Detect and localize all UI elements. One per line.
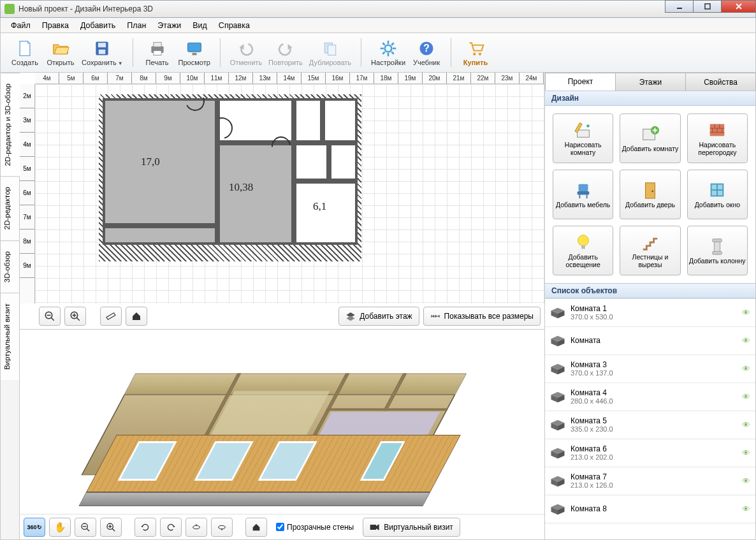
cube-icon bbox=[550, 307, 565, 319]
svg-line-37 bbox=[112, 529, 115, 531]
undo-icon bbox=[237, 40, 255, 57]
eye-icon[interactable]: 👁 bbox=[742, 448, 750, 458]
tab-floors[interactable]: Этажи bbox=[615, 73, 686, 91]
room-3[interactable] bbox=[294, 181, 358, 245]
room-balcony[interactable] bbox=[103, 226, 217, 245]
tool-add-furniture[interactable]: Добавить мебель bbox=[553, 170, 613, 219]
duplicate-button[interactable]: Дублировать bbox=[306, 34, 354, 71]
eye-icon[interactable]: 👁 bbox=[742, 364, 750, 374]
room-closet2[interactable] bbox=[329, 143, 358, 181]
titlebar: Новый проект - Дизайн Интерьера 3D bbox=[0, 0, 756, 18]
door-icon bbox=[641, 180, 660, 200]
tool-stairs[interactable]: Лестницы и вырезы bbox=[620, 226, 680, 275]
rotate-cw-button[interactable] bbox=[160, 518, 182, 537]
menu-edit[interactable]: Правка bbox=[37, 19, 74, 32]
tilt-up-button[interactable] bbox=[211, 518, 233, 537]
zoom-in-3d-button[interactable] bbox=[100, 518, 122, 537]
preview-button[interactable]: Просмотр bbox=[175, 34, 214, 71]
object-row[interactable]: Комната 3370.0 x 137.0👁 bbox=[545, 355, 755, 383]
print-button[interactable]: Печать bbox=[140, 34, 175, 71]
tool-add-door[interactable]: Добавить дверь bbox=[620, 170, 680, 219]
room-wc2[interactable] bbox=[323, 98, 358, 143]
chair-icon bbox=[574, 180, 593, 200]
menu-view[interactable]: Вид bbox=[187, 19, 212, 32]
home-button[interactable] bbox=[126, 307, 147, 326]
transparent-walls-checkbox[interactable]: Прозрачные стены bbox=[276, 523, 354, 532]
virtual-visit-button[interactable]: Виртуальный визит bbox=[363, 518, 460, 537]
floorplan[interactable]: 17,0 10,38 6,1 bbox=[103, 98, 358, 258]
eye-icon[interactable]: 👁 bbox=[742, 392, 750, 402]
eye-icon[interactable]: 👁 bbox=[742, 476, 750, 486]
room-1[interactable] bbox=[103, 98, 217, 226]
view-3d-pane[interactable]: 360↻ ✋ Прозрачные стены Виртуальный визи… bbox=[20, 330, 544, 539]
redo-button[interactable]: Повторить bbox=[265, 34, 306, 71]
side-tab-both[interactable]: 2D-редактор и 3D-обзор bbox=[1, 73, 20, 176]
tool-add-lighting[interactable]: Добавить освещение bbox=[553, 226, 613, 275]
room-2[interactable] bbox=[217, 143, 294, 245]
svg-rect-43 bbox=[577, 130, 589, 137]
object-row[interactable]: Комната 7213.0 x 126.0👁 bbox=[545, 467, 755, 495]
show-dimensions-button[interactable]: Показывать все размеры bbox=[423, 307, 541, 326]
svg-point-12 bbox=[385, 45, 392, 52]
svg-point-24 bbox=[479, 52, 481, 55]
object-row[interactable]: Комната 1370.0 x 530.0👁 bbox=[545, 299, 755, 327]
undo-button[interactable]: Отменить bbox=[227, 34, 265, 71]
object-row[interactable]: Комната 6213.0 x 202.0👁 bbox=[545, 439, 755, 467]
object-list[interactable]: Комната 1370.0 x 530.0👁Комната👁Комната 3… bbox=[545, 298, 755, 539]
create-button[interactable]: Создать bbox=[7, 34, 43, 71]
object-row[interactable]: Комната 4280.0 x 446.0👁 bbox=[545, 383, 755, 411]
tab-properties[interactable]: Свойства bbox=[685, 73, 756, 91]
menu-floors[interactable]: Этажи bbox=[152, 19, 186, 32]
tutorial-button[interactable]: ? Учебник bbox=[409, 34, 444, 71]
buy-button[interactable]: Купить bbox=[458, 34, 493, 71]
svg-rect-58 bbox=[645, 183, 655, 198]
menu-file[interactable]: Файл bbox=[6, 19, 36, 32]
object-row[interactable]: Комната👁 bbox=[545, 327, 755, 355]
menu-plan[interactable]: План bbox=[122, 19, 151, 32]
eye-icon[interactable]: 👁 bbox=[742, 336, 750, 346]
minimize-button[interactable] bbox=[665, 0, 694, 13]
svg-line-20 bbox=[391, 43, 394, 45]
maximize-button[interactable] bbox=[693, 0, 722, 13]
pan-button[interactable]: ✋ bbox=[49, 518, 71, 537]
measure-button[interactable] bbox=[100, 307, 122, 326]
svg-line-18 bbox=[391, 52, 394, 54]
folder-icon bbox=[52, 40, 69, 57]
zoom-out-button[interactable] bbox=[39, 307, 61, 326]
tool-add-window[interactable]: Добавить окно bbox=[687, 170, 748, 219]
tool-add-room[interactable]: Добавить комнату bbox=[620, 113, 680, 163]
tab-project[interactable]: Проект bbox=[545, 73, 616, 91]
tilt-down-button[interactable] bbox=[185, 518, 207, 537]
side-tab-editor[interactable]: 2D-редактор bbox=[1, 176, 19, 240]
home-3d-button[interactable] bbox=[245, 518, 267, 537]
menu-help[interactable]: Справка bbox=[214, 19, 255, 32]
object-name: Комната 8 bbox=[571, 504, 737, 513]
close-button[interactable] bbox=[721, 0, 756, 13]
eye-icon[interactable]: 👁 bbox=[742, 420, 750, 430]
side-tab-3d[interactable]: 3D-обзор bbox=[1, 240, 19, 293]
plan-2d-pane[interactable]: 4м5м6м7м8м9м10м11м12м13м14м15м16м17м18м1… bbox=[20, 73, 544, 330]
rotate-ccw-button[interactable] bbox=[134, 518, 156, 537]
tool-draw-room[interactable]: Нарисовать комнату bbox=[553, 113, 613, 163]
add-floor-button[interactable]: Добавить этаж bbox=[338, 307, 419, 326]
object-row[interactable]: Комната 8👁 bbox=[545, 495, 755, 523]
tool-add-column[interactable]: Добавить колонну bbox=[687, 226, 748, 275]
eye-icon[interactable]: 👁 bbox=[742, 308, 750, 317]
object-row[interactable]: Комната 5335.0 x 230.0👁 bbox=[545, 411, 755, 439]
svg-line-17 bbox=[382, 43, 385, 45]
main-toolbar: Создать Открыть Сохранить▼ Печать Просмо… bbox=[0, 33, 756, 73]
side-tab-virtual[interactable]: Виртуальный визит bbox=[1, 293, 19, 380]
orbit-360-button[interactable]: 360↻ bbox=[24, 518, 45, 537]
zoom-out-3d-button[interactable] bbox=[75, 518, 96, 537]
zoom-in-button[interactable] bbox=[64, 307, 86, 326]
save-button[interactable]: Сохранить▼ bbox=[78, 34, 126, 71]
open-button[interactable]: Открыть bbox=[43, 34, 78, 71]
settings-button[interactable]: Настройки bbox=[368, 34, 409, 71]
tool-draw-partition[interactable]: Нарисовать перегородку bbox=[687, 113, 748, 163]
room-wc1[interactable] bbox=[294, 98, 323, 143]
menu-add[interactable]: Добавить bbox=[75, 19, 120, 32]
room-closet[interactable] bbox=[294, 143, 329, 181]
eye-icon[interactable]: 👁 bbox=[742, 504, 750, 514]
scene-3d[interactable] bbox=[71, 342, 466, 534]
svg-rect-1 bbox=[705, 4, 710, 9]
